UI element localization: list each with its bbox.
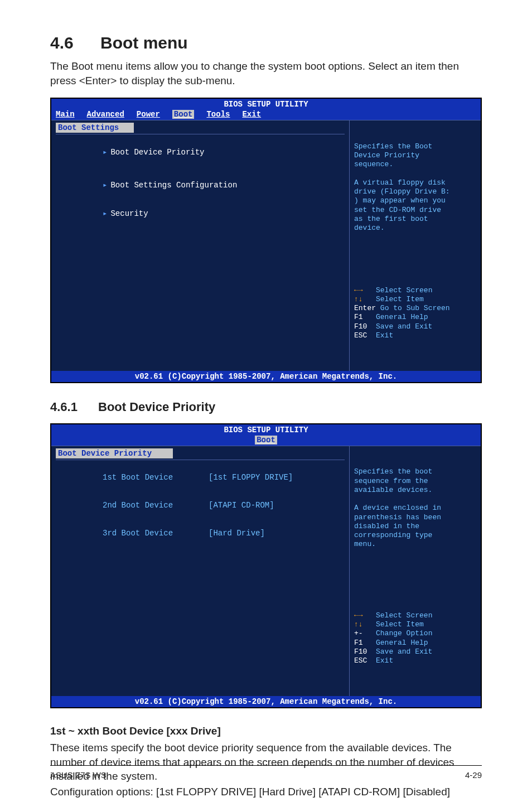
bios-tab-boot[interactable]: Boot	[172, 110, 195, 119]
bios-help-pane: Specifies the Boot Device Priority seque…	[350, 120, 481, 371]
bios-left-pane: Boot Settings ▸Boot Device Priority ▸Boo…	[51, 120, 350, 371]
key-f10: F10	[354, 648, 367, 656]
section-heading: 4.6Boot menu	[50, 33, 482, 52]
key-f1: F1	[354, 313, 363, 321]
divider	[56, 134, 345, 134]
key-plusminus: +-	[354, 629, 363, 637]
bios-tab-bar: Boot	[51, 436, 481, 446]
menu-item-boot-settings-config[interactable]: ▸Boot Settings Configuration	[56, 171, 345, 199]
option-heading: 1st ~ xxth Boot Device [xxx Drive]	[50, 725, 482, 737]
menu-item-boot-device-priority[interactable]: ▸Boot Device Priority	[56, 138, 345, 166]
bios-title: BIOS SETUP UTILITY	[51, 424, 481, 436]
left-right-arrow-icon: ←→	[354, 286, 363, 294]
bios-left-header: Boot Device Priority	[56, 448, 173, 458]
bios-screenshot-boot-menu: BIOS SETUP UTILITY Main Advanced Power B…	[50, 98, 482, 383]
bios-title: BIOS SETUP UTILITY	[51, 99, 481, 110]
bios-tab-tools[interactable]: Tools	[206, 110, 230, 119]
bios-left-header: Boot Settings	[56, 123, 134, 133]
key-esc: ESC	[354, 331, 367, 340]
submenu-arrow-icon: ▸	[103, 148, 107, 157]
key-esc: ESC	[354, 656, 367, 665]
intro-paragraph: The Boot menu items allow you to change …	[50, 59, 482, 88]
boot-device-row-1[interactable]: 1st Boot Device[1st FLOPPY DRIVE]	[56, 463, 345, 491]
menu-item-security[interactable]: ▸Security	[56, 199, 345, 228]
bios-tab-boot[interactable]: Boot	[255, 436, 277, 445]
submenu-arrow-icon: ▸	[103, 181, 107, 190]
bios-keys-legend: ←→ Select Screen ↑↓ Select Item Enter Go…	[354, 277, 476, 349]
key-f10: F10	[354, 322, 367, 331]
boot-device-row-2[interactable]: 2nd Boot Device[ATAPI CD-ROM]	[56, 491, 345, 519]
bios-keys-legend: ←→ Select Screen ↑↓ Select Item +- Chang…	[354, 602, 476, 675]
bios-help-text: Specifies the boot sequence from the ava…	[354, 467, 476, 549]
page-footer: ASUS Z7S WS 4-29	[50, 765, 482, 780]
left-right-arrow-icon: ←→	[354, 611, 363, 620]
footer-right: 4-29	[465, 770, 482, 780]
bios-left-pane: Boot Device Priority 1st Boot Device[1st…	[51, 446, 350, 696]
bios-screenshot-boot-device-priority: BIOS SETUP UTILITY Boot Boot Device Prio…	[50, 423, 482, 708]
bios-tab-main[interactable]: Main	[56, 110, 75, 119]
body-paragraph-2: Configuration options: [1st FLOPPY DRIVE…	[50, 785, 482, 799]
bios-copyright-footer: v02.61 (C)Copyright 1985-2007, American …	[51, 371, 481, 382]
bios-tab-exit[interactable]: Exit	[242, 110, 261, 119]
key-enter: Enter	[354, 304, 376, 312]
up-down-arrow-icon: ↑↓	[354, 295, 363, 303]
subsection-heading: 4.6.1Boot Device Priority	[50, 400, 482, 414]
bios-copyright-footer: v02.61 (C)Copyright 1985-2007, American …	[51, 696, 481, 707]
boot-device-row-3[interactable]: 3rd Boot Device[Hard Drive]	[56, 519, 345, 547]
key-f1: F1	[354, 639, 363, 647]
submenu-arrow-icon: ▸	[103, 209, 107, 218]
subsection-title: Boot Device Priority	[98, 400, 215, 414]
bios-tab-power[interactable]: Power	[137, 110, 160, 119]
section-number: 4.6	[50, 33, 100, 52]
bios-help-pane: Specifies the boot sequence from the ava…	[350, 446, 481, 696]
bios-tab-bar: Main Advanced Power Boot Tools Exit	[51, 110, 481, 120]
divider	[56, 460, 345, 460]
section-title: Boot menu	[100, 33, 188, 52]
footer-left: ASUS Z7S WS	[50, 770, 107, 780]
up-down-arrow-icon: ↑↓	[354, 620, 363, 629]
bios-tab-advanced[interactable]: Advanced	[87, 110, 124, 119]
subsection-number: 4.6.1	[50, 400, 98, 414]
bios-help-text: Specifies the Boot Device Priority seque…	[354, 142, 476, 233]
